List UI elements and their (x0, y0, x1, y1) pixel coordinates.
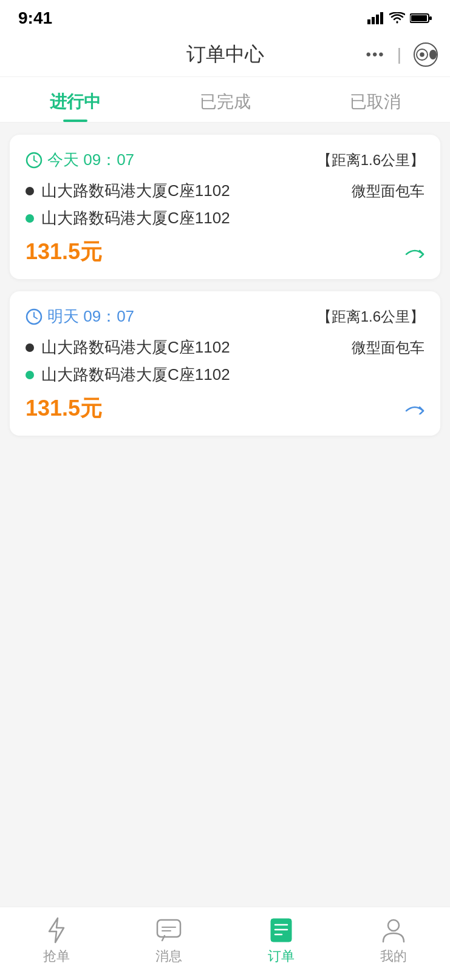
bottom-nav: 抢单 消息 订单 (0, 907, 450, 980)
order-distance-2: 【距离1.6公里】 (317, 307, 424, 326)
header-title: 订单中心 (186, 41, 264, 68)
orders-icon (268, 917, 295, 944)
route-from-2: 山大路数码港大厦C座1102 微型面包车 (26, 337, 424, 358)
status-time: 9:41 (18, 8, 52, 28)
svg-line-14 (34, 317, 37, 319)
order-time-2: 明天 09：07 (26, 306, 134, 327)
order-card-1[interactable]: 今天 09：07 【距离1.6公里】 山大路数码港大厦C座1102 微型面包车 … (10, 135, 440, 279)
status-bar: 9:41 (0, 0, 450, 33)
svg-rect-0 (367, 19, 370, 24)
route-from-1: 山大路数码港大厦C座1102 微型面包车 (26, 180, 424, 201)
nav-orders-label: 订单 (268, 947, 295, 965)
tab-active[interactable]: 进行中 (0, 77, 150, 122)
order-distance-1: 【距离1.6公里】 (317, 150, 424, 170)
order-list: 今天 09：07 【距离1.6公里】 山大路数码港大厦C座1102 微型面包车 … (0, 123, 450, 669)
wifi-icon (389, 12, 405, 24)
nav-message[interactable]: 消息 (112, 917, 225, 965)
nav-mine-label: 我的 (380, 947, 407, 965)
svg-rect-2 (376, 15, 379, 24)
svg-line-11 (34, 160, 37, 162)
route-dot-from-1 (26, 187, 34, 195)
order-arrow-1[interactable] (405, 243, 424, 262)
scan-button[interactable] (414, 42, 438, 67)
svg-point-8 (420, 52, 424, 57)
person-icon (380, 917, 407, 944)
tab-completed[interactable]: 已完成 (150, 77, 300, 122)
message-icon (155, 917, 182, 944)
order-footer-1: 131.5元 (26, 237, 424, 267)
order-card-2[interactable]: 明天 09：07 【距离1.6公里】 山大路数码港大厦C座1102 微型面包车 … (10, 291, 440, 436)
order-route-1: 山大路数码港大厦C座1102 微型面包车 山大路数码港大厦C座1102 (26, 180, 424, 229)
status-icons (367, 12, 432, 24)
route-to-2: 山大路数码港大厦C座1102 (26, 364, 424, 385)
header: 订单中心 ••• | (0, 33, 450, 77)
more-button[interactable]: ••• (366, 46, 385, 63)
lightning-icon (43, 917, 70, 944)
header-actions: ••• | (366, 42, 438, 67)
svg-rect-1 (372, 17, 375, 24)
order-header-2: 明天 09：07 【距离1.6公里】 (26, 306, 424, 327)
order-price-1: 131.5元 (26, 237, 102, 267)
order-time-1: 今天 09：07 (26, 149, 134, 171)
svg-rect-6 (429, 16, 432, 20)
order-price-2: 131.5元 (26, 394, 102, 424)
order-arrow-2[interactable] (405, 399, 424, 419)
order-footer-2: 131.5元 (26, 394, 424, 424)
battery-icon (410, 13, 432, 24)
route-dot-to-1 (26, 214, 34, 223)
order-route-2: 山大路数码港大厦C座1102 微型面包车 山大路数码港大厦C座1102 (26, 337, 424, 385)
route-to-1: 山大路数码港大厦C座1102 (26, 208, 424, 229)
clock-icon-1 (26, 152, 43, 169)
nav-mine[interactable]: 我的 (338, 917, 450, 965)
svg-point-23 (388, 920, 399, 931)
tabs: 进行中 已完成 已取消 (0, 77, 450, 123)
nav-orders[interactable]: 订单 (225, 917, 338, 965)
nav-grab-label: 抢单 (43, 947, 70, 965)
route-dot-to-2 (26, 371, 34, 379)
svg-rect-5 (411, 15, 427, 21)
scan-icon (415, 45, 429, 64)
clock-icon-2 (26, 308, 43, 325)
nav-grab[interactable]: 抢单 (0, 917, 112, 965)
nav-message-label: 消息 (155, 947, 182, 965)
svg-rect-16 (157, 920, 180, 937)
tab-cancelled[interactable]: 已取消 (300, 77, 450, 122)
order-header-1: 今天 09：07 【距离1.6公里】 (26, 149, 424, 171)
svg-rect-3 (380, 12, 383, 24)
signal-icon (367, 12, 384, 24)
route-dot-from-2 (26, 343, 34, 352)
svg-marker-15 (49, 918, 64, 942)
